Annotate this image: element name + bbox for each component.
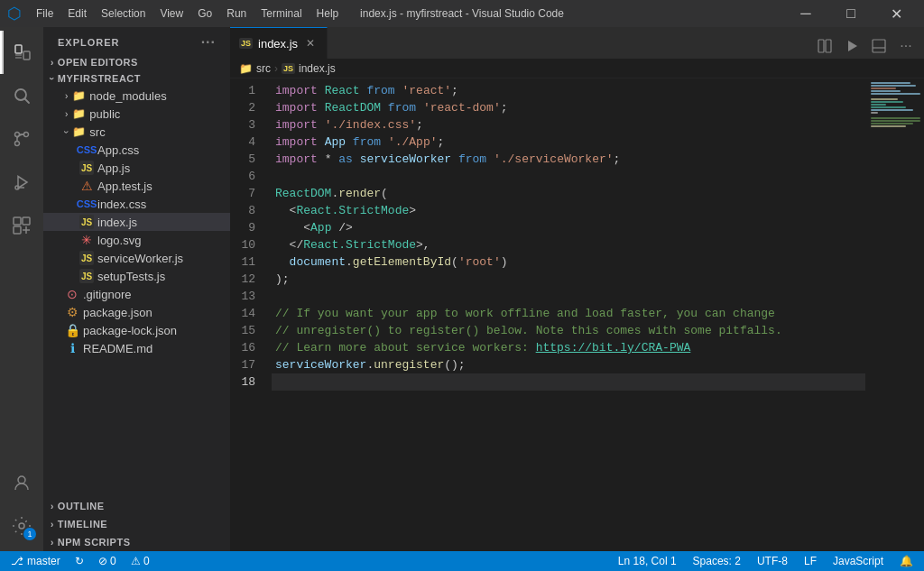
code-line-10: </React.StrictMode>, — [272, 236, 865, 253]
breadcrumb-separator: › — [274, 62, 278, 75]
split-editor-button[interactable] — [812, 33, 837, 59]
minimize-button[interactable]: ─ — [785, 0, 827, 27]
code-line-14: // If you want your app to work offline … — [272, 305, 865, 322]
sidebar-item-service-worker[interactable]: JS serviceWorker.js — [43, 249, 230, 267]
sidebar-item-package-json[interactable]: ⚙ package.json — [43, 303, 230, 321]
setup-tests-icon: JS — [79, 269, 94, 283]
sidebar-menu-icon[interactable]: ··· — [201, 34, 216, 51]
code-line-12: ); — [272, 271, 865, 288]
more-actions-button[interactable]: ··· — [893, 33, 919, 59]
line-num-12: 12 — [230, 271, 259, 288]
sidebar-item-package-lock[interactable]: 🔒 package-lock.json — [43, 321, 230, 339]
code-content: import React from 'react'; import ReactD… — [268, 78, 865, 551]
activity-account[interactable] — [0, 461, 43, 504]
line-num-13: 13 — [230, 288, 259, 305]
toggle-panel-button[interactable] — [866, 33, 892, 59]
sidebar-item-node-modules[interactable]: › 📁 node_modules — [43, 87, 230, 105]
timeline-label: TIMELINE — [58, 519, 107, 530]
code-line-5: import * as serviceWorker from './servic… — [272, 151, 865, 168]
menu-help[interactable]: Help — [311, 5, 345, 22]
status-encoding[interactable]: UTF-8 — [753, 555, 791, 567]
status-branch[interactable]: ⎇ master — [7, 555, 64, 567]
sidebar-item-public[interactable]: › 📁 public — [43, 105, 230, 123]
activity-explorer[interactable] — [0, 31, 43, 74]
package-lock-icon: 🔒 — [65, 323, 79, 337]
line-num-17: 17 — [230, 356, 259, 373]
status-spaces[interactable]: Spaces: 2 — [689, 555, 744, 567]
minimap-line — [871, 101, 903, 103]
package-json-label: package.json — [83, 306, 152, 319]
line-ending-label: LF — [804, 555, 817, 567]
activity-search[interactable] — [0, 74, 43, 117]
main-layout: 1 EXPLORER ··· › OPEN EDITORS › MYFIRSTR… — [0, 27, 924, 551]
status-line-ending[interactable]: LF — [800, 555, 820, 567]
npm-label: NPM SCRIPTS — [58, 537, 131, 548]
activity-source-control[interactable] — [0, 117, 43, 161]
section-outline[interactable]: › OUTLINE — [43, 497, 230, 515]
run-code-button[interactable] — [839, 33, 864, 59]
vscode-logo-icon: ⬡ — [7, 4, 22, 23]
sidebar-item-readme[interactable]: ℹ README.md — [43, 339, 230, 357]
sidebar-item-src[interactable]: › 📁 src — [43, 123, 230, 141]
line-numbers: 1 2 3 4 5 6 7 8 9 10 11 12 13 14 15 16 1 — [230, 78, 268, 551]
minimap-line — [871, 123, 913, 124]
status-bar: ⎇ master ↻ ⊘ 0 ⚠ 0 Ln 18, Col 1 Spaces: … — [0, 551, 924, 571]
code-line-4: import App from './App'; — [272, 134, 865, 151]
app-test-label: App.test.js — [97, 180, 152, 193]
gitignore-icon: ⊙ — [65, 287, 79, 301]
minimap-line — [871, 98, 898, 100]
node-modules-chevron-icon: › — [65, 91, 68, 101]
svg-rect-9 — [14, 217, 21, 225]
menu-run[interactable]: Run — [221, 5, 252, 22]
section-npm-scripts[interactable]: › NPM SCRIPTS — [43, 533, 230, 551]
minimap-line — [871, 82, 910, 84]
code-editor[interactable]: 1 2 3 4 5 6 7 8 9 10 11 12 13 14 15 16 1 — [230, 78, 865, 551]
index-css-icon: CSS — [79, 197, 94, 211]
code-line-7: ReactDOM.render( — [272, 185, 865, 202]
src-label: src — [89, 125, 105, 139]
menu-file[interactable]: File — [31, 5, 59, 22]
status-sync[interactable]: ↻ — [71, 555, 88, 567]
tab-close-icon[interactable]: ✕ — [303, 36, 318, 51]
sidebar-item-gitignore[interactable]: ⊙ .gitignore — [43, 285, 230, 303]
code-line-2: import ReactDOM from 'react-dom'; — [272, 99, 865, 116]
line-num-2: 2 — [230, 99, 259, 116]
sidebar-item-app-css[interactable]: CSS App.css — [43, 141, 230, 159]
activity-run[interactable] — [0, 161, 43, 204]
sidebar-content: › OPEN EDITORS › MYFIRSTREACT › 📁 node_m… — [43, 54, 230, 497]
menu-go[interactable]: Go — [192, 5, 217, 22]
sidebar-item-app-test[interactable]: ⚠ App.test.js — [43, 177, 230, 195]
status-feedback[interactable]: 🔔 — [896, 555, 917, 567]
project-chevron-icon: › — [47, 77, 57, 80]
settings-badge: 1 — [23, 528, 36, 540]
menu-edit[interactable]: Edit — [62, 5, 92, 22]
menu-terminal[interactable]: Terminal — [255, 5, 307, 22]
sync-icon: ↻ — [75, 555, 84, 567]
section-project[interactable]: › MYFIRSTREACT — [43, 70, 230, 87]
activity-settings[interactable]: 1 — [0, 504, 43, 548]
section-timeline[interactable]: › TIMELINE — [43, 515, 230, 533]
status-position[interactable]: Ln 18, Col 1 — [614, 555, 680, 567]
gitignore-label: .gitignore — [83, 288, 131, 301]
status-errors[interactable]: ⊘ 0 — [95, 555, 120, 567]
tab-index-js[interactable]: JS index.js ✕ — [230, 27, 328, 59]
breadcrumb-src[interactable]: 📁 src — [239, 62, 271, 75]
sidebar-item-setup-tests[interactable]: JS setupTests.js — [43, 267, 230, 285]
outline-chevron-icon: › — [51, 502, 54, 511]
sidebar-item-index-css[interactable]: CSS index.css — [43, 195, 230, 213]
menu-view[interactable]: View — [154, 5, 189, 22]
activity-extensions[interactable] — [0, 204, 43, 247]
minimap-line — [871, 120, 920, 122]
status-language[interactable]: JavaScript — [829, 555, 887, 567]
menu-selection[interactable]: Selection — [96, 5, 151, 22]
breadcrumb-file[interactable]: JS index.js — [282, 62, 336, 75]
line-num-1: 1 — [230, 82, 259, 99]
maximize-button[interactable]: □ — [830, 0, 872, 27]
sidebar-item-index-js[interactable]: JS index.js — [43, 213, 230, 231]
close-button[interactable]: ✕ — [875, 0, 917, 27]
status-warnings[interactable]: ⚠ 0 — [127, 555, 153, 567]
branch-icon: ⎇ — [11, 555, 23, 567]
section-open-editors[interactable]: › OPEN EDITORS — [43, 54, 230, 70]
sidebar-item-app-js[interactable]: JS App.js — [43, 159, 230, 177]
sidebar-item-logo-svg[interactable]: ✳ logo.svg — [43, 231, 230, 249]
